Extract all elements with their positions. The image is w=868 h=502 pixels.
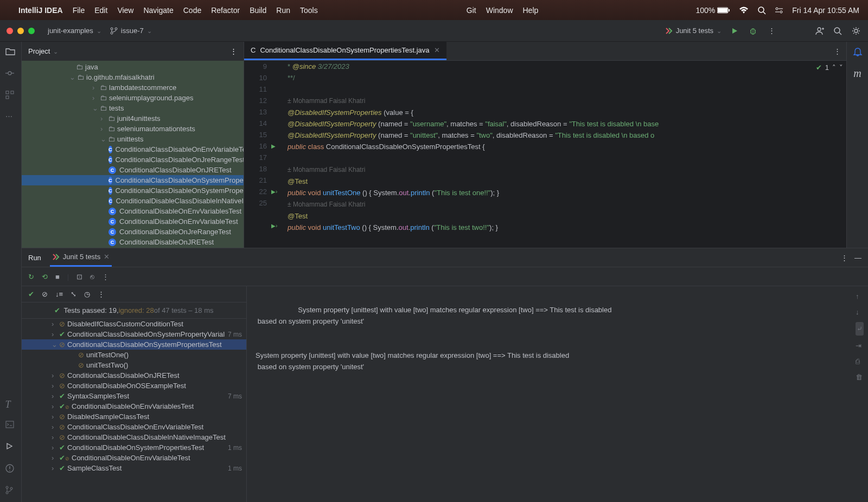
scroll-down-button[interactable]: ↓ xyxy=(856,306,864,318)
project-panel-more[interactable]: ⋮ xyxy=(230,47,237,55)
maximize-window-button[interactable] xyxy=(28,28,35,34)
run-toolbar: ↻ ⟲ ■ | ⊡ ⎋ ⋮ xyxy=(22,267,868,286)
run-panel-minimize[interactable]: — xyxy=(854,254,861,262)
project-tree[interactable]: 🗀java 🗀io.github.mfaisalkhatri 🗀lambdate… xyxy=(22,61,244,248)
structure-tool-button[interactable] xyxy=(5,91,16,101)
rerun-failed-button[interactable]: ⟲ xyxy=(42,273,48,281)
test-row[interactable]: ⊘ConditionalClassDisableOnEnvVariableTes… xyxy=(22,422,246,432)
code-with-me-button[interactable] xyxy=(814,25,825,36)
control-center-icon[interactable] xyxy=(775,7,783,14)
menu-view[interactable]: View xyxy=(117,6,133,15)
clear-button[interactable]: 🗑 xyxy=(856,371,864,383)
run-tool-button[interactable] xyxy=(5,442,16,453)
test-tree-more[interactable]: ⋮ xyxy=(98,290,105,298)
menu-refactor[interactable]: Refactor xyxy=(211,6,240,15)
scroll-to-end-button[interactable]: ⇥ xyxy=(856,340,864,351)
editor-more-button[interactable]: ⋮ xyxy=(834,47,841,55)
branch-icon xyxy=(110,27,118,35)
project-panel-title[interactable]: Project xyxy=(28,47,50,55)
rerun-button[interactable]: ↻ xyxy=(28,273,34,281)
menu-tools[interactable]: Tools xyxy=(300,6,318,15)
expand-button[interactable]: ⤡ xyxy=(71,290,76,298)
run-tab-active[interactable]: Junit 5 tests ✕ xyxy=(50,248,112,267)
exit-button[interactable]: ⎋ xyxy=(90,273,94,281)
wifi-icon[interactable] xyxy=(739,7,749,14)
battery-status[interactable]: 100% xyxy=(695,6,730,15)
inspection-widget[interactable]: ✔ 1 ˄ ˅ xyxy=(816,63,843,72)
run-gutter-icon[interactable]: ▶ xyxy=(271,140,284,152)
stop-button[interactable]: ■ xyxy=(55,273,60,281)
test-row[interactable]: ⊘DisabledIfClassCustomConditionTest xyxy=(22,319,246,329)
test-row[interactable]: ⊘DisabledSampleClassTest xyxy=(22,411,246,422)
notifications-button[interactable] xyxy=(853,47,863,59)
debug-button[interactable] xyxy=(748,25,758,36)
datetime[interactable]: Fri 14 Apr 10:55 AM xyxy=(792,6,859,15)
menu-git[interactable]: Git xyxy=(467,6,476,15)
menu-edit[interactable]: Edit xyxy=(94,6,107,15)
run-gutter-icon[interactable]: ▶› xyxy=(271,186,284,197)
show-passed-toggle[interactable]: ✔ xyxy=(28,290,34,298)
run-configuration-selector[interactable]: Junit 5 tests xyxy=(665,27,722,35)
project-tool-button[interactable] xyxy=(5,47,16,58)
test-row[interactable]: ⊘unitTestOne() xyxy=(22,350,246,360)
minimize-window-button[interactable] xyxy=(17,28,24,34)
class-icon: C xyxy=(251,46,256,54)
run-tool-window: Run Junit 5 tests ✕ ⋮ — ↻ ⟲ ■ | ⊡ ⎋ ⋮ xyxy=(22,248,868,502)
terminal-tool-button[interactable] xyxy=(5,421,16,432)
close-run-tab[interactable]: ✕ xyxy=(104,253,110,261)
spotlight-icon[interactable] xyxy=(757,6,766,15)
menu-file[interactable]: File xyxy=(73,6,85,15)
run-button[interactable] xyxy=(729,25,740,36)
app-name[interactable]: IntelliJ IDEA xyxy=(18,6,63,15)
test-row[interactable]: ⊘ConditionalDisableOnOSExampleTest xyxy=(22,381,246,391)
next-highlight-button[interactable]: ˅ xyxy=(839,63,843,72)
test-row[interactable]: ✔ConditionalDisableOnSystemPropertiesTes… xyxy=(22,442,246,453)
menu-run[interactable]: Run xyxy=(276,6,290,15)
menu-navigate[interactable]: Navigate xyxy=(143,6,173,15)
run-tab-label[interactable]: Run xyxy=(28,254,41,262)
prev-highlight-button[interactable]: ˄ xyxy=(832,63,836,72)
close-tab-button[interactable]: ✕ xyxy=(434,46,440,54)
menu-build[interactable]: Build xyxy=(250,6,266,15)
search-everywhere-button[interactable] xyxy=(832,25,843,36)
code-area[interactable]: 91011 12131415 161718 212225 ▶ ▶› ▶› xyxy=(244,61,846,248)
history-button[interactable]: ◷ xyxy=(84,290,90,298)
test-row[interactable]: ⊘ConditionalDisableClassDisableInNativeI… xyxy=(22,432,246,442)
test-row[interactable]: ⊘unitTestTwo() xyxy=(22,360,246,370)
print-button[interactable]: ⎙ xyxy=(856,356,864,367)
git-tool-button[interactable] xyxy=(5,486,16,497)
test-row[interactable]: ✔⊘ConditionalDisableOnEnvVariableTest xyxy=(22,453,246,463)
svg-point-21 xyxy=(834,28,840,33)
menu-code[interactable]: Code xyxy=(183,6,201,15)
maven-button[interactable]: m xyxy=(853,67,861,80)
more-tool-button[interactable]: ⋯ xyxy=(5,112,16,123)
sort-button[interactable]: ↓≡ xyxy=(55,290,63,298)
test-row[interactable]: ✔SyntaxSamplesTest7 ms xyxy=(22,391,246,401)
test-row[interactable]: ⊘ConditionalClassDisableOnSystemProperti… xyxy=(22,339,246,350)
commit-tool-button[interactable] xyxy=(5,69,16,80)
test-row[interactable]: ✔SampleClassTest1 ms xyxy=(22,463,246,473)
more-actions-button[interactable]: ⋮ xyxy=(766,25,777,36)
test-output-console[interactable]: System property [unittest] with value [t… xyxy=(247,286,868,502)
project-selector[interactable]: junit-examples xyxy=(48,27,101,35)
test-row[interactable]: ⊘ConditionalClassDisableOnJRETest xyxy=(22,370,246,381)
soft-wrap-button[interactable]: ⤶ xyxy=(856,322,864,336)
problems-tool-button[interactable] xyxy=(5,464,16,475)
scroll-up-button[interactable]: ↑ xyxy=(856,291,864,302)
terminal-tool-t-button[interactable]: T xyxy=(5,399,16,410)
menu-window[interactable]: Window xyxy=(486,6,513,15)
close-window-button[interactable] xyxy=(7,28,13,34)
git-branch-selector[interactable]: issue-7 xyxy=(110,27,152,35)
test-results-tree: ✔ ⊘ ↓≡ ⤡ ◷ ⋮ ✔ Tests passed: 19, ignored… xyxy=(22,286,247,502)
dump-threads-button[interactable]: ⊡ xyxy=(76,273,82,281)
test-row[interactable]: ✔⊘ConditionalDisableOnEnvVariablesTest xyxy=(22,401,246,411)
test-toolbar-more[interactable]: ⋮ xyxy=(102,273,109,281)
show-ignored-toggle[interactable]: ⊘ xyxy=(42,290,48,298)
run-gutter-icon[interactable]: ▶› xyxy=(271,220,284,231)
settings-button[interactable] xyxy=(851,25,861,36)
menu-help[interactable]: Help xyxy=(523,6,539,15)
project-view-chevron[interactable] xyxy=(53,47,58,55)
test-row[interactable]: ✔ConditionalClassDisabledOnSystemPropert… xyxy=(22,329,246,339)
run-panel-more[interactable]: ⋮ xyxy=(841,254,848,262)
editor-tab-active[interactable]: C ConditionalClassDisableOnSystemPropert… xyxy=(244,42,446,60)
